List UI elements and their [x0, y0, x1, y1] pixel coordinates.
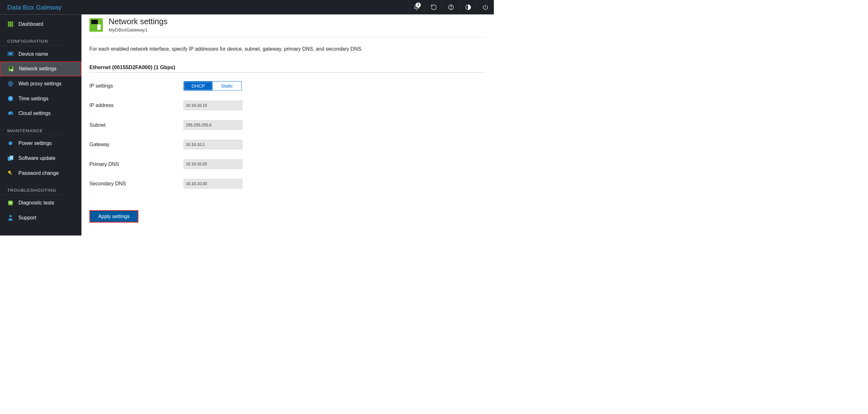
sidebar-item-support[interactable]: Support [0, 210, 82, 226]
svg-rect-16 [11, 69, 13, 71]
sidebar-item-time-settings[interactable]: Time settings [0, 91, 82, 106]
label-ip-address: IP address [89, 102, 184, 108]
toggle-dhcp[interactable]: DHCP [184, 82, 213, 90]
row-subnet: Subnet 255.255.255.0 [89, 120, 486, 130]
label-primary-dns: Primary DNS [89, 161, 184, 167]
svg-rect-9 [8, 25, 9, 27]
sidebar-item-label: Password change [19, 170, 59, 176]
contrast-icon [465, 4, 471, 10]
svg-point-26 [9, 215, 12, 217]
row-ip-address: IP address 10.10.10.10 [89, 100, 486, 110]
topbar-actions: 1 [408, 0, 494, 14]
sidebar-item-label: Device name [19, 51, 48, 57]
svg-rect-3 [8, 22, 9, 23]
apply-settings-button[interactable]: Apply settings [89, 210, 138, 223]
svg-rect-7 [10, 23, 11, 25]
interface-title: Ethernet (00155D2FA000) (1 Gbps) [89, 65, 486, 72]
page-description: For each enabled network interface, spec… [89, 46, 486, 52]
input-gateway[interactable]: 10.10.10.1 [184, 140, 242, 149]
top-bar: Data Box Gateway 1 [0, 0, 494, 14]
svg-rect-11 [11, 25, 13, 27]
network-settings-icon [89, 18, 103, 32]
svg-rect-24 [9, 173, 12, 175]
page-subtitle: MyDBoxGateway1 [108, 27, 167, 33]
network-icon [8, 66, 14, 72]
help-icon [448, 4, 454, 10]
sidebar-item-label: Power settings [19, 141, 52, 146]
toggle-static[interactable]: Static [213, 82, 241, 90]
page-header: Network settings MyDBoxGateway1 [89, 17, 486, 37]
globe-icon [7, 81, 14, 87]
sidebar-item-power-settings[interactable]: Power settings [0, 136, 82, 151]
main-content: Network settings MyDBoxGateway1 For each… [82, 14, 494, 236]
sidebar-item-dashboard[interactable]: Dashboard [0, 17, 82, 32]
input-secondary-dns[interactable]: 10.10.10.30 [184, 179, 242, 188]
input-ip-address[interactable]: 10.10.10.10 [184, 100, 242, 110]
sidebar-item-password-change[interactable]: Password change [0, 166, 82, 181]
notifications-button[interactable]: 1 [408, 0, 425, 14]
input-primary-dns[interactable]: 10.10.10.20 [184, 159, 242, 169]
sidebar: Dashboard CONFIGURATION Device name Netw… [0, 14, 82, 236]
key-icon [7, 170, 14, 176]
sidebar-item-label: Web proxy settings [19, 81, 61, 87]
row-ip-settings: IP settings DHCP Static [89, 81, 486, 91]
svg-rect-22 [10, 156, 13, 160]
sidebar-item-web-proxy[interactable]: Web proxy settings [0, 77, 82, 91]
device-icon [7, 51, 14, 57]
sidebar-item-device-name[interactable]: Device name [0, 47, 82, 61]
help-button[interactable] [442, 0, 460, 14]
sidebar-item-diagnostic-tests[interactable]: Diagnostic tests [0, 196, 82, 210]
sidebar-item-label: Support [19, 215, 36, 221]
sidebar-item-label: Software update [19, 155, 55, 161]
label-gateway: Gateway [89, 142, 184, 147]
sidebar-item-label: Diagnostic tests [19, 200, 54, 206]
row-primary-dns: Primary DNS 10.10.10.20 [89, 159, 486, 169]
svg-rect-8 [11, 23, 13, 25]
notification-badge: 1 [415, 3, 421, 8]
support-icon [7, 215, 14, 221]
page-title: Network settings [108, 17, 167, 26]
ip-settings-toggle: DHCP Static [184, 81, 242, 91]
cloud-gear-icon [7, 110, 14, 117]
sidebar-item-cloud-settings[interactable]: Cloud settings [0, 106, 82, 121]
svg-point-20 [11, 114, 11, 115]
sidebar-item-label: Cloud settings [19, 111, 51, 116]
power-button[interactable] [477, 0, 494, 14]
svg-rect-15 [9, 67, 12, 69]
update-icon [7, 155, 14, 161]
sidebar-item-software-update[interactable]: Software update [0, 151, 82, 166]
sidebar-item-label: Dashboard [19, 21, 43, 27]
clock-icon [7, 95, 14, 101]
svg-rect-5 [11, 22, 13, 23]
refresh-icon [431, 4, 437, 10]
sidebar-section-maintenance: MAINTENANCE [0, 121, 65, 135]
dashboard-icon [7, 21, 14, 27]
sidebar-item-label: Network settings [19, 66, 57, 72]
power-icon [482, 4, 488, 10]
label-ip-settings: IP settings [89, 83, 184, 89]
diagnostic-icon [7, 200, 14, 206]
row-secondary-dns: Secondary DNS 10.10.10.30 [89, 179, 486, 188]
refresh-button[interactable] [425, 0, 442, 14]
svg-rect-4 [10, 22, 11, 23]
sidebar-section-troubleshooting: TROUBLESHOOTING [0, 181, 65, 195]
input-subnet[interactable]: 255.255.255.0 [184, 120, 242, 130]
sidebar-item-network-settings[interactable]: Network settings [0, 61, 82, 77]
contrast-button[interactable] [460, 0, 477, 14]
gear-icon [7, 140, 14, 147]
brand-title: Data Box Gateway [7, 3, 62, 11]
sidebar-item-label: Time settings [19, 95, 49, 101]
sidebar-section-configuration: CONFIGURATION [0, 32, 65, 46]
svg-rect-6 [8, 23, 9, 25]
label-subnet: Subnet [89, 122, 184, 128]
svg-point-1 [451, 8, 451, 9]
label-secondary-dns: Secondary DNS [89, 181, 184, 187]
row-gateway: Gateway 10.10.10.1 [89, 140, 486, 149]
svg-rect-13 [8, 53, 12, 55]
svg-rect-10 [10, 25, 11, 27]
